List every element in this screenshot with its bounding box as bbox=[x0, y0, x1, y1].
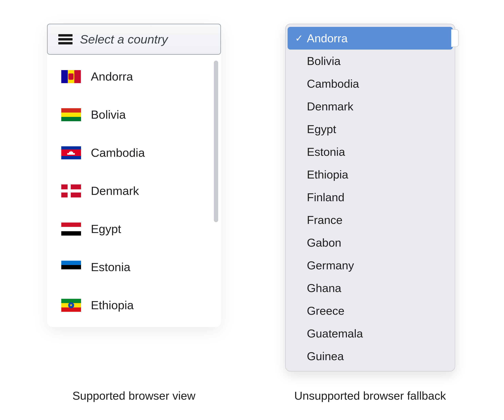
native-option-label: Ethiopia bbox=[307, 166, 447, 183]
native-option-label: Andorra bbox=[307, 30, 447, 47]
native-option[interactable]: ✓Cambodia bbox=[288, 72, 453, 95]
option-label: Ethiopia bbox=[91, 298, 134, 312]
flag-et-icon bbox=[61, 299, 81, 312]
option-bo[interactable]: Bolivia bbox=[47, 96, 212, 134]
native-option[interactable]: ✓Germany bbox=[288, 254, 453, 277]
native-option[interactable]: ✓Guatemala bbox=[288, 322, 453, 345]
option-et[interactable]: Ethiopia bbox=[47, 286, 212, 324]
native-option-label: Finland bbox=[307, 189, 447, 206]
flag-dk-icon bbox=[61, 184, 81, 198]
flag-eg-icon bbox=[61, 222, 81, 236]
native-select-menu: ✓Andorra✓Bolivia✓Cambodia✓Denmark✓Egypt✓… bbox=[285, 24, 455, 371]
flag-kh-icon bbox=[61, 146, 81, 159]
native-option[interactable]: ✓Greece bbox=[288, 299, 453, 322]
native-option[interactable]: ✓Bolivia bbox=[288, 50, 453, 72]
caption-unsupported: Unsupported browser fallback bbox=[264, 389, 476, 402]
native-option-label: Estonia bbox=[307, 143, 447, 160]
select-listbox: AndorraBoliviaCambodiaDenmarkEgyptEstoni… bbox=[47, 55, 221, 327]
select-placeholder: Select a country bbox=[80, 32, 168, 46]
native-option-label: Bolivia bbox=[307, 52, 447, 70]
flag-ad-icon bbox=[61, 70, 81, 83]
option-label: Andorra bbox=[91, 70, 133, 83]
native-option[interactable]: ✓Egypt bbox=[288, 118, 453, 140]
native-option-label: France bbox=[307, 211, 447, 228]
native-option-label: Cambodia bbox=[307, 75, 447, 92]
native-option-label: Germany bbox=[307, 257, 447, 274]
option-ee[interactable]: Estonia bbox=[47, 248, 212, 286]
native-option-label: Greece bbox=[307, 302, 447, 319]
option-label: Denmark bbox=[91, 184, 139, 198]
native-option[interactable]: ✓Ghana bbox=[288, 277, 453, 299]
scrollbar-track[interactable] bbox=[214, 61, 218, 321]
custom-select: Select a country AndorraBoliviaCambodiaD… bbox=[47, 24, 221, 327]
option-label: Egypt bbox=[91, 222, 121, 236]
supported-browser-column: Select a country AndorraBoliviaCambodiaD… bbox=[28, 24, 240, 420]
native-option[interactable]: ✓Andorra bbox=[288, 27, 453, 50]
native-option-label: Ghana bbox=[307, 280, 447, 297]
native-option[interactable]: ✓Estonia bbox=[288, 140, 453, 163]
option-ad[interactable]: Andorra bbox=[47, 58, 212, 96]
native-option[interactable]: ✓Gabon bbox=[288, 231, 453, 254]
flag-ee-icon bbox=[61, 261, 81, 274]
checkmark-icon: ✓ bbox=[295, 31, 303, 45]
native-option-label: Guatemala bbox=[307, 325, 447, 342]
unsupported-browser-column: ✓Andorra✓Bolivia✓Cambodia✓Denmark✓Egypt✓… bbox=[264, 24, 476, 420]
caption-supported: Supported browser view bbox=[28, 389, 240, 402]
native-option[interactable]: ✓Ethiopia bbox=[288, 163, 453, 186]
option-label: Cambodia bbox=[91, 146, 145, 160]
native-select-button-edge[interactable] bbox=[451, 29, 459, 47]
native-option[interactable]: ✓France bbox=[288, 209, 453, 231]
option-eg[interactable]: Egypt bbox=[47, 210, 212, 248]
flag-bo-icon bbox=[61, 108, 81, 121]
native-option-label: Egypt bbox=[307, 120, 447, 138]
option-label: Estonia bbox=[91, 260, 131, 274]
option-dk[interactable]: Denmark bbox=[47, 172, 212, 210]
native-option[interactable]: ✓Finland bbox=[288, 186, 453, 209]
option-label: Bolivia bbox=[91, 108, 126, 122]
native-option-label: Denmark bbox=[307, 98, 447, 115]
option-kh[interactable]: Cambodia bbox=[47, 134, 212, 172]
scrollbar-thumb[interactable] bbox=[214, 61, 218, 222]
select-trigger-button[interactable]: Select a country bbox=[47, 24, 221, 55]
hamburger-icon bbox=[58, 34, 72, 44]
native-option-label: Guinea bbox=[307, 348, 447, 365]
native-option[interactable]: ✓Guinea bbox=[288, 345, 453, 368]
native-option[interactable]: ✓Denmark bbox=[288, 95, 453, 118]
native-option-label: Gabon bbox=[307, 234, 447, 251]
